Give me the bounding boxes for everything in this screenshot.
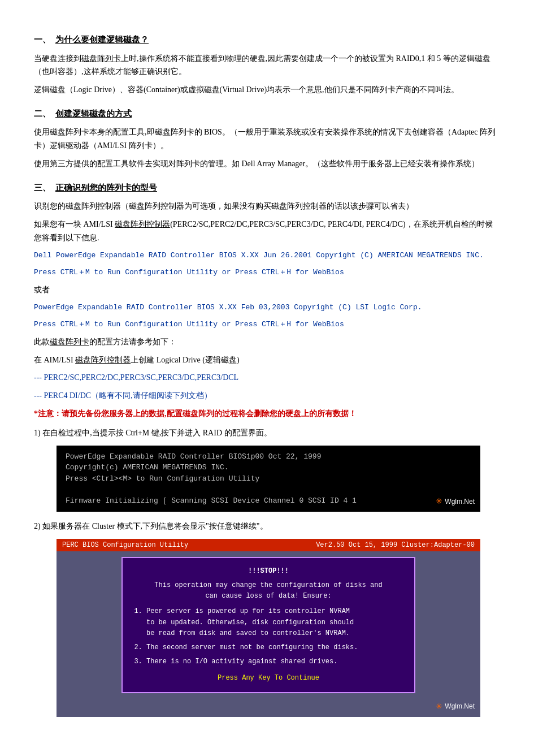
stop-title: !!!STOP!!! — [136, 566, 401, 577]
section-3-para-1: 识别您的磁盘阵列控制器（磁盘阵列控制器为可选项，如果没有购买磁盘阵列控制器的话以… — [34, 200, 500, 213]
section-3-num: 三、 — [34, 181, 51, 196]
section-1-para-1: 当硬盘连接到磁盘阵列卡上时,操作系统将不能直接看到物理的硬盘,因此需要创建成一个… — [34, 52, 500, 79]
stop-dialog: !!!STOP!!! This operation may change the… — [121, 557, 415, 693]
section-2-num: 二、 — [34, 107, 51, 122]
section-3-header: 三、 正确识别您的阵列卡的型号 — [34, 181, 500, 196]
section-3-bios-line1: Dell PowerEdge Expandable RAID Controlle… — [34, 249, 500, 262]
section-2-header: 二、 创建逻辑磁盘的方式 — [34, 107, 500, 122]
star-icon-2: ✳ — [436, 701, 442, 712]
section-3-perc-line1: --- PERC2/SC,PERC2/DC,PERC3/SC,PERC3/DC,… — [34, 371, 500, 385]
press-any-key: Press Any Key To Continue — [136, 673, 401, 684]
section-3-logical-drive: 在 AIM/LSI 磁盘阵列控制器上创建 Logical Drive (逻辑磁盘… — [34, 353, 500, 367]
section-1-num: 一、 — [34, 33, 51, 47]
screen-1-box: PowerEdge Expandable RAID Controller BIO… — [57, 446, 480, 512]
section-3-config-ref: 此款磁盘阵列卡的配置方法请参考如下： — [34, 335, 500, 349]
screen-2-body: !!!STOP!!! This operation may change the… — [57, 551, 480, 699]
screen-1-line-2: Copyright(c) AMERICAN MEGATRENDS INC. — [66, 462, 471, 473]
screen-2-header-left: PERC BIOS Configuration Utility — [62, 540, 188, 550]
section-3-warning: *注意：请预先备份您服务器上的数据,配置磁盘阵列的过程将会删除您的硬盘上的所有数… — [34, 407, 500, 421]
screen-2-box: PERC BIOS Configuration Utility Ver2.50 … — [57, 539, 480, 717]
screen-1-line-4 — [66, 484, 471, 495]
screen-1-line-3: Press <Ctrl><M> to Run Configuration Uti… — [66, 473, 471, 485]
screen-2-watermark: ✳ Wglm.Net — [436, 701, 475, 712]
screen-2-header-right: Ver2.50 Oct 15, 1999 Cluster:Adapter-00 — [316, 540, 475, 550]
stop-item-3: There is no I/O activity against shared … — [146, 656, 401, 667]
section-3-para-2: 如果您有一块 AMI/LSI 磁盘阵列控制器(PERC2/SC,PERC2/DC… — [34, 218, 500, 245]
section-3-bios-line2: PowerEdge Expandable RAID Controller BIO… — [34, 301, 500, 314]
section-1-para-2: 逻辑磁盘（Logic Drive）、容器(Container)或虚拟磁盘(Vir… — [34, 83, 500, 97]
section-3-title: 正确识别您的阵列卡的型号 — [55, 181, 157, 196]
section-2-para-2: 使用第三方提供的配置工具软件去实现对阵列卡的管理。如 Dell Array Ma… — [34, 157, 500, 171]
section-1-title: 为什么要创建逻辑磁盘？ — [55, 33, 149, 47]
section-3-perc-line2: --- PERC4 DI/DC（略有不同,请仔细阅读下列文档） — [34, 389, 500, 403]
screen-1-line-5: Firmware Initializing [ Scanning SCSI De… — [66, 495, 471, 507]
section-2-title: 创建逻辑磁盘的方式 — [55, 107, 132, 122]
section-3-press-line2: Press CTRL＋M to Run Configuration Utilit… — [34, 318, 500, 331]
screen-2-header: PERC BIOS Configuration Utility Ver2.50 … — [57, 539, 480, 551]
step-1-label: 1) 在自检过程中,当提示按 Ctrl+M 键,按下并进入 RAID 的配置界面… — [34, 426, 500, 440]
section-3-or: 或者 — [34, 283, 500, 297]
star-icon: ✳ — [436, 495, 442, 507]
screen-1-line-1: PowerEdge Expandable RAID Controller BIO… — [66, 451, 471, 463]
step-2-label: 2) 如果服务器在 Cluster 模式下,下列信息将会显示"按任意键继续"。 — [34, 520, 500, 533]
section-1-header: 一、 为什么要创建逻辑磁盘？ — [34, 33, 500, 47]
stop-subtitle: This operation may change the configurat… — [136, 580, 401, 602]
stop-items: Peer server is powered up for its contro… — [146, 606, 401, 667]
stop-item-2: The second server must not be configurin… — [146, 642, 401, 653]
section-3-press-line1: Press CTRL＋M to Run Configuration Utilit… — [34, 266, 500, 279]
stop-item-1: Peer server is powered up for its contro… — [146, 606, 401, 639]
screen-1-watermark: ✳ Wglm.Net — [436, 495, 475, 507]
section-2-para-1: 使用磁盘阵列卡本身的配置工具,即磁盘阵列卡的 BIOS。（一般用于重装系统或没有… — [34, 126, 500, 153]
